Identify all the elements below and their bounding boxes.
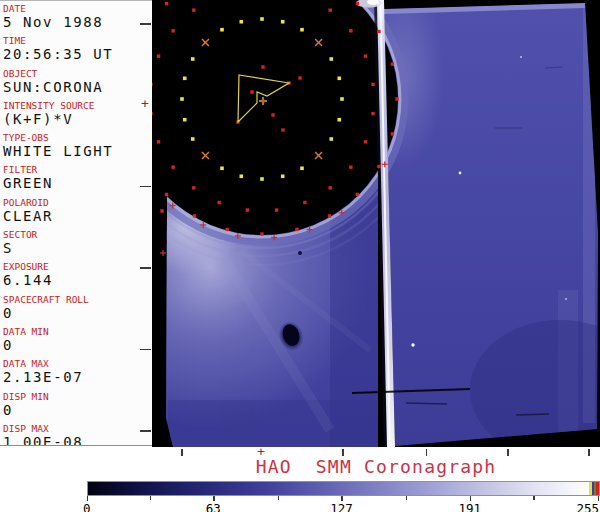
field-label: TIME	[3, 35, 152, 46]
field-label: FILTER	[3, 164, 152, 175]
mid-red-ring	[364, 140, 367, 143]
colorbar-label: 63	[206, 502, 221, 512]
field-value: CLEAR	[3, 208, 152, 225]
colorbar-label: 0	[83, 502, 91, 512]
inner-yellow-ring	[300, 28, 304, 32]
mid-red-ring	[157, 54, 160, 57]
sidebar-field: SPACECRAFT ROLL0	[0, 294, 152, 326]
inner-yellow-ring	[260, 177, 264, 181]
coronagraph-canvas	[152, 0, 600, 447]
mid-red-ring	[217, 201, 220, 204]
mid-red-ring	[171, 29, 174, 32]
colorbar-label: 191	[458, 502, 481, 512]
extra-red-dot	[160, 209, 163, 212]
left-axis-tick	[140, 23, 151, 25]
sidebar-field: DATA MAX2.13E-07	[0, 358, 152, 390]
colorbar-label: 255	[576, 502, 599, 512]
field-value: WHITE LIGHT	[3, 143, 152, 160]
inner-yellow-ring	[239, 174, 243, 178]
mid-red-ring	[364, 54, 367, 57]
inner-yellow-ring	[337, 118, 341, 122]
coronagraph-image	[152, 0, 600, 447]
field-value: S	[3, 240, 152, 257]
extra-red-dot	[281, 128, 284, 131]
inner-yellow-ring	[337, 76, 341, 80]
field-label: INTENSITY SOURCE	[3, 100, 152, 111]
outer-red-ring	[165, 2, 168, 5]
mid-red-ring	[157, 140, 160, 143]
sidebar-field: FILTERGREEN	[0, 164, 152, 196]
inner-yellow-ring	[191, 57, 195, 61]
inner-yellow-ring	[183, 118, 187, 122]
bottom-axis-tick	[588, 449, 590, 456]
field-label: DATE	[3, 3, 152, 14]
field-label: DATA MIN	[3, 326, 152, 337]
sidebar-field: SECTORS	[0, 229, 152, 261]
outer-red-ring	[395, 97, 398, 100]
field-label: SPACECRAFT ROLL	[3, 294, 152, 305]
metadata-sidebar: DATE5 Nov 1988TIME20:56:35 UTOBJECTSUN:C…	[0, 0, 152, 446]
sidebar-field: EXPOSURE6.144	[0, 261, 152, 293]
field-label: EXPOSURE	[3, 261, 152, 272]
bottom-axis-tick	[426, 449, 428, 456]
sidebar-field: DISP MIN0	[0, 391, 152, 423]
outer-red-ring	[377, 30, 380, 33]
field-value: 0	[3, 305, 152, 322]
mid-red-ring	[171, 165, 174, 168]
field-label: POLAROID	[3, 197, 152, 208]
inner-yellow-ring	[329, 57, 333, 61]
sidebar-field: DATE5 Nov 1988	[0, 3, 152, 35]
bottom-axis-tick	[507, 449, 509, 456]
outer-red-ring	[356, 193, 359, 196]
app-window: { "sidebar": { "bg": "#fcfcfc", "label_c…	[0, 0, 600, 512]
colorbar-end-stripe	[596, 482, 600, 495]
colorbar-minor-tick	[278, 496, 279, 500]
field-value: 1.00E-08	[3, 434, 152, 446]
bottom-axis-tick	[342, 449, 344, 456]
inner-yellow-ring	[191, 137, 195, 141]
outer-red-ring	[356, 2, 359, 5]
outer-red-ring	[391, 132, 394, 135]
outer-red-ring	[391, 62, 394, 65]
sidebar-field: TIME20:56:35 UT	[0, 35, 152, 67]
colorbar-minor-tick	[406, 496, 407, 500]
inner-yellow-ring	[329, 137, 333, 141]
inner-yellow-ring	[281, 174, 285, 178]
mid-red-ring	[371, 83, 374, 86]
field-label: DATA MAX	[3, 358, 152, 369]
mid-red-ring	[349, 165, 352, 168]
outer-red-ring	[377, 165, 380, 168]
outer-red-ring	[225, 228, 228, 231]
outer-red-ring	[165, 193, 168, 196]
mid-red-ring	[246, 208, 249, 211]
extra-red-dot	[250, 90, 253, 93]
outer-red-ring	[193, 214, 196, 217]
field-label: SECTOR	[3, 229, 152, 240]
mid-red-ring	[152, 83, 153, 86]
mid-red-ring	[349, 29, 352, 32]
field-value: GREEN	[3, 175, 152, 192]
field-value: 20:56:35 UT	[3, 46, 152, 63]
inner-yellow-ring	[281, 20, 285, 24]
field-value: 6.144	[3, 272, 152, 289]
star-speck	[459, 172, 462, 175]
inner-yellow-ring	[220, 28, 224, 32]
extra-red-dot	[271, 113, 274, 116]
bottom-axis-tick	[181, 449, 183, 456]
outer-red-ring	[260, 232, 263, 235]
inner-yellow-ring	[183, 76, 187, 80]
colorbar-label: 127	[330, 502, 353, 512]
mid-red-ring	[328, 186, 331, 189]
inner-yellow-ring	[260, 17, 264, 21]
inner-yellow-ring	[180, 97, 184, 101]
image-title: HAO SMM Coronagraph	[152, 456, 600, 477]
colorbar-minor-tick	[533, 496, 534, 500]
field-value: 5 Nov 1988	[3, 14, 152, 31]
mid-red-ring	[328, 8, 331, 11]
field-value: 0	[3, 402, 152, 419]
left-axis-tick	[140, 186, 151, 188]
pointer-center-dot	[262, 100, 265, 103]
extra-red-dot	[298, 76, 301, 79]
sidebar-field: TYPE-OBSWHITE LIGHT	[0, 132, 152, 164]
outer-red-ring	[328, 214, 331, 217]
